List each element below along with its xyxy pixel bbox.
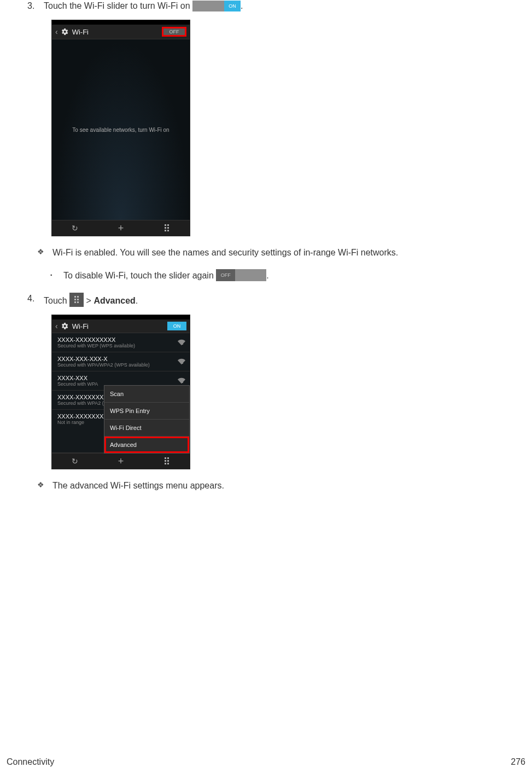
- overflow-popup: Scan WPS Pin Entry Wi-Fi Direct Advanced: [104, 385, 190, 454]
- screenshot-wifi-advanced: ‹ Wi-Fi ON XXXX-XXXXXXXXXX Secured with …: [51, 315, 190, 469]
- step-text: Touch the Wi-Fi slider to turn Wi-Fi on …: [44, 0, 525, 12]
- title-bar: ‹ Wi-Fi ON: [52, 319, 190, 333]
- network-item: XXXX-XXXXXXXXXX Secured with WEP (WPS av…: [52, 333, 190, 352]
- popup-item-wps: WPS Pin Entry: [104, 403, 189, 420]
- add-icon: +: [98, 223, 144, 234]
- wifi-toggle-on: ON: [167, 322, 186, 330]
- popup-item-direct: Wi-Fi Direct: [104, 420, 189, 437]
- note-advanced-menu: ❖ The advanced Wi-Fi settings menu appea…: [37, 479, 525, 492]
- page-footer: Connectivity 276: [7, 757, 525, 767]
- step-4: 4. Touch > Advanced.: [27, 293, 525, 307]
- step-text: Touch > Advanced.: [44, 293, 525, 307]
- phone-body: To see available networks, turn Wi-Fi on: [52, 39, 190, 220]
- diamond-bullet-icon: ❖: [37, 246, 52, 259]
- step-number: 3.: [27, 0, 44, 12]
- footer-section: Connectivity: [7, 757, 54, 767]
- add-icon: +: [98, 456, 144, 467]
- diamond-bullet-icon: ❖: [37, 479, 52, 492]
- network-item: XXXX-XXX-XXX-X Secured with WPA/WPA2 (WP…: [52, 352, 190, 371]
- refresh-icon: ↻: [52, 457, 98, 466]
- title-text: Wi-Fi: [72, 322, 167, 330]
- gear-icon: [60, 27, 69, 36]
- title-text: Wi-Fi: [72, 28, 162, 36]
- square-bullet-icon: ▪: [50, 269, 63, 282]
- wifi-toggle-off-icon: OFF: [216, 269, 266, 281]
- note-disable-wifi: ▪ To disable Wi-Fi, touch the slider aga…: [50, 269, 525, 282]
- popup-item-advanced-highlighted: Advanced: [104, 437, 189, 453]
- popup-item-scan: Scan: [104, 386, 189, 403]
- title-bar: ‹ Wi-Fi OFF: [52, 25, 190, 39]
- refresh-icon: ↻: [52, 224, 98, 232]
- status-bar: [52, 20, 190, 25]
- wifi-toggle-off-highlighted: OFF: [162, 27, 186, 37]
- bottom-bar: ↻ +: [52, 220, 190, 236]
- note-wifi-enabled: ❖ Wi-Fi is enabled. You will see the nam…: [37, 246, 525, 259]
- bottom-bar: ↻ +: [52, 453, 190, 469]
- gear-icon: [60, 322, 69, 330]
- screenshot-wifi-off: ‹ Wi-Fi OFF To see available networks, t…: [51, 20, 190, 236]
- menu-overflow-icon: [69, 293, 84, 307]
- wifi-lock-icon: [178, 358, 185, 365]
- step-number: 4.: [27, 293, 44, 307]
- step-3: 3. Touch the Wi-Fi slider to turn Wi-Fi …: [27, 0, 525, 12]
- back-icon: ‹: [55, 322, 58, 330]
- back-icon: ‹: [55, 27, 58, 36]
- wifi-lock-icon: [178, 377, 185, 385]
- body-text: To see available networks, turn Wi-Fi on: [72, 127, 169, 133]
- status-bar: [52, 315, 190, 319]
- footer-page-number: 276: [511, 757, 525, 767]
- wifi-toggle-on-icon: ON: [192, 1, 241, 11]
- wifi-lock-icon: [178, 339, 185, 346]
